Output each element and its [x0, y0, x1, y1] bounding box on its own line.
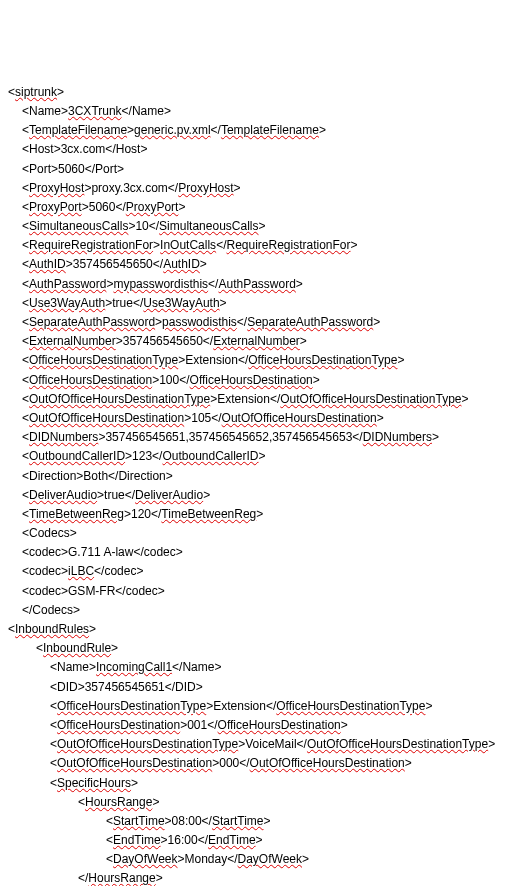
spellcheck-marked-text: OutOfOfficeHoursDestinationType	[57, 737, 238, 751]
plain-text: <	[8, 85, 15, 99]
code-line: <Port>5060</Port>	[8, 160, 508, 179]
plain-text: >	[200, 257, 207, 271]
plain-text: <	[22, 334, 29, 348]
plain-text: </Name>	[172, 660, 221, 674]
code-line: <Use3WayAuth>true</Use3WayAuth>	[8, 294, 508, 313]
plain-text: >	[264, 814, 271, 828]
plain-text: >	[259, 449, 266, 463]
spellcheck-marked-text: iLBC	[68, 564, 94, 578]
plain-text: <	[8, 622, 15, 636]
code-line: <OfficeHoursDestination>100</OfficeHours…	[8, 371, 508, 390]
plain-text: </	[78, 871, 88, 885]
spellcheck-marked-text: EndTime	[208, 833, 256, 847]
plain-text: >Monday</	[177, 852, 237, 866]
spellcheck-marked-text: OutOfOfficeHoursDestination	[57, 756, 212, 770]
plain-text: <	[22, 181, 29, 195]
plain-text: <	[22, 238, 29, 252]
spellcheck-marked-text: TimeBetweenReg	[29, 507, 124, 521]
spellcheck-marked-text: SeparateAuthPassword	[247, 315, 373, 329]
spellcheck-marked-text: OutOfOfficeHoursDestination	[250, 756, 405, 770]
spellcheck-marked-text: SeparateAuthPassword	[29, 315, 155, 329]
code-line: <SimultaneousCalls>10</SimultaneousCalls…	[8, 217, 508, 236]
code-line: <AuthID>357456545650</AuthID>	[8, 255, 508, 274]
spellcheck-marked-text: OfficeHoursDestination	[190, 373, 313, 387]
code-line: <codec>G.711 A-law</codec>	[8, 543, 508, 562]
plain-text: <	[22, 219, 29, 233]
spellcheck-marked-text: SimultaneousCalls	[29, 219, 128, 233]
code-line: <HoursRange>	[8, 793, 508, 812]
code-line: <OutOfOfficeHoursDestinationType>VoiceMa…	[8, 735, 508, 754]
plain-text: >100</	[152, 373, 189, 387]
spellcheck-marked-text: AuthPassword	[218, 277, 295, 291]
spellcheck-marked-text: OfficeHoursDestinationType	[29, 353, 178, 367]
code-line: <Host>3cx.com</Host>	[8, 140, 508, 159]
plain-text: <	[22, 411, 29, 425]
plain-text: >	[89, 622, 96, 636]
plain-text: <	[50, 756, 57, 770]
plain-text: >357456545650</	[66, 257, 163, 271]
plain-text: >001</	[180, 718, 217, 732]
plain-text: >	[234, 181, 241, 195]
code-line: <Codecs>	[8, 524, 508, 543]
spellcheck-marked-text: generic.pv.xml	[134, 123, 210, 137]
plain-text: >	[373, 315, 380, 329]
code-line: <TimeBetweenReg>120</TimeBetweenReg>	[8, 505, 508, 524]
plain-text: <	[22, 488, 29, 502]
plain-text: >357456545650</	[116, 334, 213, 348]
spellcheck-marked-text: 3CXTrunk	[68, 104, 122, 118]
plain-text: >true</	[97, 488, 135, 502]
plain-text: >	[296, 277, 303, 291]
code-line: <StartTime>08:00</StartTime>	[8, 812, 508, 831]
plain-text: <	[22, 430, 29, 444]
spellcheck-marked-text: TemplateFilename	[29, 123, 127, 137]
spellcheck-marked-text: EndTime	[113, 833, 161, 847]
spellcheck-marked-text: passwodisthis	[162, 315, 237, 329]
code-line: <SeparateAuthPassword>passwodisthis</Sep…	[8, 313, 508, 332]
plain-text: <	[36, 641, 43, 655]
spellcheck-marked-text: OfficeHoursDestination	[57, 718, 180, 732]
plain-text: >5060</	[82, 200, 126, 214]
plain-text: <	[22, 296, 29, 310]
plain-text: >120</	[124, 507, 161, 521]
plain-text: <	[22, 449, 29, 463]
plain-text: >	[111, 641, 118, 655]
plain-text: <	[22, 277, 29, 291]
code-line: <DIDNumbers>357456545651,357456545652,35…	[8, 428, 508, 447]
spellcheck-marked-text: OutOfOfficeHoursDestinationType	[280, 392, 461, 406]
spellcheck-marked-text: DIDNumbers	[363, 430, 432, 444]
plain-text: <	[106, 833, 113, 847]
spellcheck-marked-text: ProxyPort	[126, 200, 179, 214]
plain-text: >	[397, 353, 404, 367]
plain-text: </	[208, 277, 218, 291]
spellcheck-marked-text: AuthPassword	[29, 277, 106, 291]
spellcheck-marked-text: ProxyHost	[29, 181, 84, 195]
spellcheck-marked-text: HoursRange	[85, 795, 152, 809]
plain-text: >	[302, 852, 309, 866]
code-line: <OutOfOfficeHoursDestination>000</OutOfO…	[8, 754, 508, 773]
code-line: <OutOfOfficeHoursDestination>105</OutOfO…	[8, 409, 508, 428]
code-line: <SpecificHours>	[8, 774, 508, 793]
plain-text: >	[256, 507, 263, 521]
spellcheck-marked-text: OfficeHoursDestinationType	[248, 353, 397, 367]
code-line: </HoursRange>	[8, 869, 508, 886]
plain-text: <	[106, 814, 113, 828]
plain-text: </	[237, 315, 247, 329]
plain-text: >	[131, 776, 138, 790]
plain-text: <	[22, 200, 29, 214]
plain-text: >	[178, 200, 185, 214]
plain-text: <	[106, 852, 113, 866]
spellcheck-marked-text: DayOfWeek	[113, 852, 177, 866]
plain-text: <Host>3cx.com</Host>	[22, 142, 147, 156]
spellcheck-marked-text: OutboundCallerID	[162, 449, 258, 463]
plain-text: >VoiceMail</	[238, 737, 307, 751]
plain-text: <	[22, 315, 29, 329]
plain-text: <Name>	[50, 660, 96, 674]
plain-text: <	[22, 373, 29, 387]
code-line: <Name>3CXTrunk</Name>	[8, 102, 508, 121]
plain-text: >true</	[105, 296, 143, 310]
spellcheck-marked-text: SimultaneousCalls	[159, 219, 258, 233]
plain-text: <	[50, 737, 57, 751]
code-line: <Name>IncomingCall1</Name>	[8, 658, 508, 677]
plain-text: >	[259, 219, 266, 233]
spellcheck-marked-text: OfficeHoursDestination	[29, 373, 152, 387]
